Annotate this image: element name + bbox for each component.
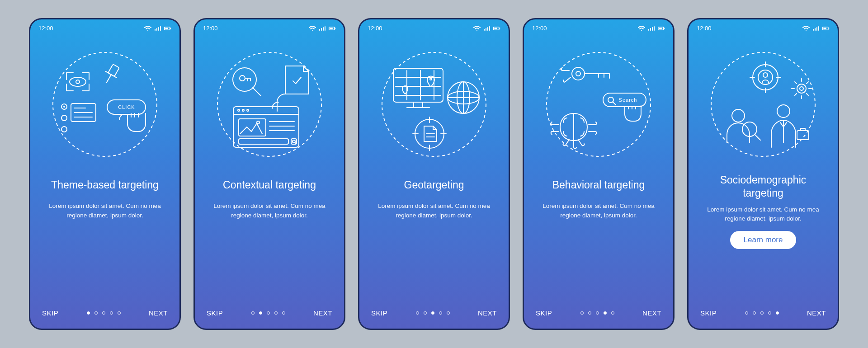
skip-button[interactable]: SKIP — [700, 309, 717, 317]
behavioral-icon: Search — [535, 46, 662, 163]
screen-title: Behavioral targeting — [524, 165, 673, 202]
dot-4[interactable] — [768, 311, 771, 315]
svg-rect-47 — [829, 28, 830, 29]
status-icons — [473, 26, 500, 31]
dot-3[interactable] — [102, 311, 105, 315]
dot-4[interactable] — [274, 311, 278, 315]
signal-icon — [648, 26, 655, 31]
next-button[interactable]: NEXT — [149, 309, 168, 317]
dot-5[interactable] — [447, 311, 450, 315]
next-button[interactable]: NEXT — [478, 309, 497, 317]
status-bar: 12:00 — [359, 19, 509, 34]
dot-1[interactable] — [87, 311, 90, 315]
svg-rect-48 — [823, 28, 826, 29]
svg-point-5 — [76, 80, 80, 84]
dot-1[interactable] — [416, 311, 419, 315]
status-bar: 12:00 — [689, 19, 838, 34]
signal-icon — [319, 26, 326, 31]
dot-3[interactable] — [267, 311, 270, 315]
svg-rect-25 — [239, 139, 288, 144]
wifi-icon — [802, 26, 810, 31]
dot-3[interactable] — [760, 311, 764, 315]
signal-icon — [483, 26, 491, 31]
wifi-icon — [144, 26, 151, 31]
dot-1[interactable] — [745, 311, 748, 315]
next-button[interactable]: NEXT — [807, 309, 826, 317]
dot-3[interactable] — [596, 311, 599, 315]
svg-point-52 — [763, 73, 768, 77]
page-dots — [580, 311, 614, 315]
illustration-theme: CLICK — [30, 43, 179, 165]
wifi-icon — [309, 26, 316, 31]
next-button[interactable]: NEXT — [642, 309, 661, 317]
search-label: Search — [619, 97, 637, 103]
wifi-icon — [638, 26, 645, 31]
svg-rect-40 — [659, 28, 661, 29]
svg-point-21 — [242, 109, 244, 111]
onboarding-screen-5: 12:00 — [687, 18, 839, 330]
dot-2[interactable] — [753, 311, 756, 315]
dot-4[interactable] — [439, 311, 442, 315]
screen-body: Lorem ipsum dolor sit amet. Cum no mea r… — [689, 205, 838, 224]
svg-point-3 — [53, 52, 157, 156]
skip-button[interactable]: SKIP — [207, 309, 223, 317]
status-time: 12:00 — [38, 25, 53, 32]
status-icons — [802, 26, 830, 31]
status-time: 12:00 — [697, 25, 712, 32]
svg-point-33 — [430, 78, 432, 80]
dot-5[interactable] — [611, 311, 614, 315]
status-icons — [144, 26, 171, 31]
learn-more-button[interactable]: Learn more — [730, 231, 797, 249]
screen-title: Contextual targeting — [195, 165, 344, 202]
dot-2[interactable] — [588, 311, 591, 315]
next-button[interactable]: NEXT — [313, 309, 332, 317]
dot-1[interactable] — [251, 311, 255, 315]
svg-point-24 — [257, 121, 259, 124]
screen-body: Lorem ipsum dolor sit amet. Cum no mea r… — [524, 202, 673, 221]
svg-point-45 — [608, 97, 613, 103]
wifi-icon — [473, 26, 481, 31]
onboarding-nav: SKIP NEXT — [195, 300, 344, 329]
onboarding-nav: SKIP NEXT — [689, 300, 838, 329]
battery-icon — [164, 26, 171, 31]
onboarding-screen-4: 12:00 Search — [523, 18, 675, 330]
status-bar: 12:00 — [195, 19, 344, 34]
dot-5[interactable] — [282, 311, 285, 315]
svg-point-53 — [797, 84, 806, 93]
battery-icon — [493, 26, 500, 31]
signal-icon — [812, 26, 820, 31]
svg-point-8 — [63, 106, 65, 108]
svg-point-20 — [238, 109, 240, 111]
dot-2[interactable] — [424, 311, 427, 315]
illustration-socio — [689, 43, 838, 165]
svg-rect-32 — [393, 68, 443, 102]
svg-point-57 — [777, 105, 790, 118]
svg-point-42 — [572, 67, 585, 80]
screen-body: Lorem ipsum dolor sit amet. Cum no mea r… — [359, 202, 509, 221]
dot-1[interactable] — [580, 311, 584, 315]
dot-2[interactable] — [94, 311, 98, 315]
status-time: 12:00 — [368, 25, 382, 32]
svg-point-22 — [247, 109, 249, 111]
dot-4[interactable] — [110, 311, 113, 315]
skip-button[interactable]: SKIP — [371, 309, 387, 317]
geo-icon — [371, 46, 497, 163]
dot-4[interactable] — [604, 311, 607, 315]
svg-point-10 — [61, 127, 67, 132]
onboarding-screens-row: 12:00 — [15, 5, 853, 343]
dot-5[interactable] — [776, 311, 779, 315]
dot-2[interactable] — [259, 311, 262, 315]
skip-button[interactable]: SKIP — [42, 309, 58, 317]
dot-5[interactable] — [118, 311, 121, 315]
status-icons — [309, 26, 336, 31]
screen-title: Sociodemographic targeting — [689, 165, 838, 205]
battery-icon — [329, 26, 336, 31]
status-bar: 12:00 — [524, 19, 673, 34]
theme-icon: CLICK — [42, 46, 168, 163]
skip-button[interactable]: SKIP — [536, 309, 552, 317]
onboarding-nav: SKIP NEXT — [524, 300, 673, 329]
page-dots — [251, 311, 285, 315]
svg-rect-14 — [335, 28, 336, 29]
dot-3[interactable] — [431, 311, 434, 315]
onboarding-nav: SKIP NEXT — [359, 300, 509, 329]
